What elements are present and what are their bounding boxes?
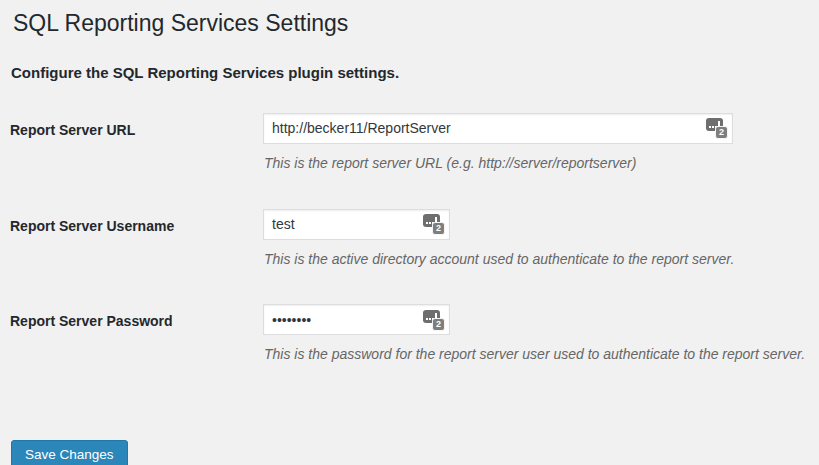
autofill-dots [709, 126, 711, 128]
report-server-url-label: Report Server URL [10, 113, 263, 139]
save-changes-button[interactable]: Save Changes [11, 440, 128, 465]
report-server-password-input[interactable] [263, 304, 450, 335]
autofill-extension-icon[interactable]: 2 [423, 213, 445, 235]
page-title: SQL Reporting Services Settings [10, 0, 809, 39]
report-server-url-input-wrap: 2 [263, 113, 733, 144]
report-server-username-input-wrap: 2 [263, 209, 450, 240]
autofill-extension-icon[interactable]: 2 [706, 117, 728, 139]
autofill-badge: 2 [432, 222, 445, 235]
report-server-username-field-cell: 2 This is the active directory account u… [263, 209, 809, 271]
report-server-url-input[interactable] [263, 113, 733, 144]
autofill-dots [426, 222, 428, 224]
field-row-report-server-username: Report Server Username 2 This is the act… [10, 209, 809, 271]
report-server-username-label: Report Server Username [10, 209, 263, 235]
report-server-password-field-cell: 2 This is the password for the report se… [263, 304, 809, 366]
field-row-report-server-password: Report Server Password 2 This is the pas… [10, 304, 809, 366]
autofill-badge: 2 [432, 318, 445, 331]
report-server-url-description: This is the report server URL (e.g. http… [264, 153, 809, 175]
field-row-report-server-url: Report Server URL 2 This is the report s… [10, 113, 809, 175]
autofill-dots [426, 318, 428, 320]
settings-page: SQL Reporting Services Settings Configur… [0, 0, 819, 465]
page-subtitle: Configure the SQL Reporting Services plu… [11, 64, 809, 81]
settings-form: Report Server URL 2 This is the report s… [10, 113, 809, 465]
report-server-password-input-wrap: 2 [263, 304, 450, 335]
report-server-username-input[interactable] [263, 209, 450, 240]
autofill-badge: 2 [715, 126, 728, 139]
autofill-extension-icon[interactable]: 2 [423, 309, 445, 331]
report-server-url-field-cell: 2 This is the report server URL (e.g. ht… [263, 113, 809, 175]
report-server-password-description: This is the password for the report serv… [264, 344, 809, 366]
report-server-password-label: Report Server Password [10, 304, 263, 330]
report-server-username-description: This is the active directory account use… [264, 249, 809, 271]
